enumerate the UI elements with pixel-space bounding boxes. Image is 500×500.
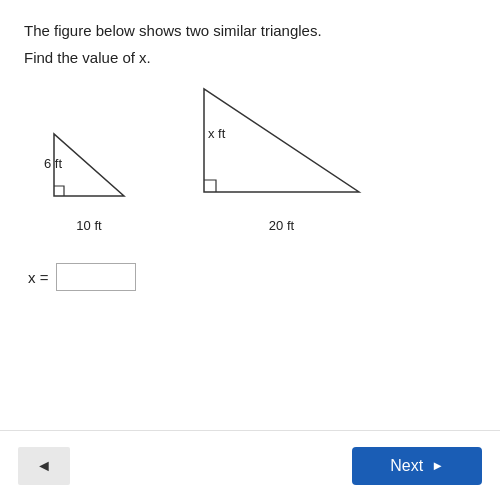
- back-button[interactable]: ◄: [18, 447, 70, 485]
- triangles-area: 6 ft 10 ft x ft 20 ft: [44, 84, 476, 233]
- triangle1-base-label: 10 ft: [76, 218, 101, 233]
- triangle1-svg-wrap: 6 ft: [44, 124, 134, 214]
- instruction-line2: Find the value of x.: [24, 49, 476, 66]
- back-icon: ◄: [36, 457, 52, 475]
- answer-row: x =: [28, 263, 476, 291]
- triangle1-side-label: 6 ft: [44, 156, 62, 171]
- triangle2-svg: [194, 84, 369, 214]
- footer: ◄ Next ►: [0, 430, 500, 500]
- next-arrow-icon: ►: [431, 458, 444, 473]
- triangle2-svg-wrap: x ft: [194, 84, 369, 214]
- next-label: Next: [390, 457, 423, 475]
- instruction-line1: The figure below shows two similar trian…: [24, 22, 476, 39]
- page-container: The figure below shows two similar trian…: [0, 0, 500, 500]
- svg-marker-1: [204, 89, 359, 192]
- next-button[interactable]: Next ►: [352, 447, 482, 485]
- triangle2-base-label: 20 ft: [269, 218, 294, 233]
- triangle2-side-label: x ft: [208, 126, 225, 141]
- x-input[interactable]: [56, 263, 136, 291]
- triangle1-container: 6 ft 10 ft: [44, 124, 134, 233]
- x-equals-label: x =: [28, 269, 48, 286]
- triangle2-container: x ft 20 ft: [194, 84, 369, 233]
